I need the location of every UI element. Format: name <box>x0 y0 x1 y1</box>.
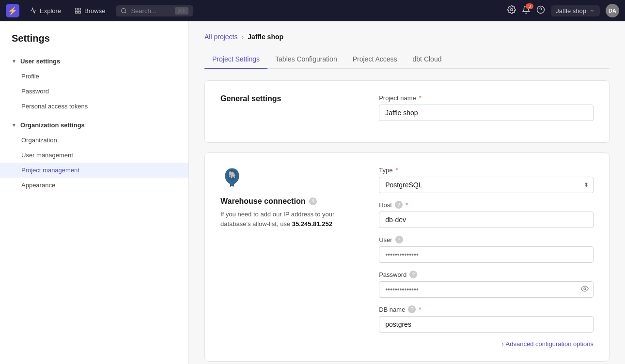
browse-nav[interactable]: Browse <box>72 5 108 16</box>
chevron-down-icon-org: ▼ <box>12 122 16 128</box>
svg-line-5 <box>125 12 126 13</box>
svg-rect-1 <box>78 8 80 10</box>
breadcrumb-separator: › <box>241 33 244 41</box>
help-icon[interactable] <box>536 5 545 16</box>
chevron-down-icon: ▼ <box>12 59 16 64</box>
project-selector[interactable]: Jaffle shop <box>551 5 600 16</box>
dbname-help-icon[interactable]: ? <box>408 305 416 313</box>
project-name-label: Project name <box>379 94 594 102</box>
warehouse-title: Warehouse connection ? <box>220 197 363 206</box>
project-name-field: Project name <box>379 94 594 121</box>
breadcrumb-all-projects[interactable]: All projects <box>204 33 237 41</box>
sidebar-item-profile[interactable]: Profile <box>0 69 188 84</box>
explore-nav[interactable]: Explore <box>27 5 64 16</box>
type-select-wrapper: PostgreSQL Snowflake BigQuery Redshift D… <box>379 177 594 193</box>
user-avatar[interactable]: DA <box>606 4 619 17</box>
tabs: Project Settings Tables Configuration Pr… <box>204 50 609 69</box>
layout: Settings ▼ User settings Profile Passwor… <box>0 21 625 364</box>
dbname-field: DB name ? <box>379 305 594 333</box>
host-input[interactable] <box>379 212 594 228</box>
password-field: Password ? <box>379 271 594 298</box>
tab-project-settings[interactable]: Project Settings <box>204 50 267 69</box>
warehouse-card: 🐘 Warehouse connection ? If you need to … <box>204 152 609 362</box>
warehouse-form: Type PostgreSQL Snowflake BigQuery Redsh… <box>379 167 594 348</box>
sidebar-item-project-management[interactable]: Project management <box>0 163 188 178</box>
svg-point-13 <box>584 288 586 290</box>
main-content: All projects › Jaffle shop Project Setti… <box>189 21 625 364</box>
sidebar-item-password[interactable]: Password <box>0 84 188 99</box>
password-wrapper <box>379 281 594 298</box>
sidebar: Settings ▼ User settings Profile Passwor… <box>0 21 189 364</box>
password-input[interactable] <box>379 281 594 298</box>
chevron-down-icon-advanced: › <box>501 340 503 348</box>
advanced-config-label: Advanced configuration options <box>506 340 594 348</box>
org-settings-section[interactable]: ▼ Organization settings <box>0 118 188 133</box>
general-settings-left: General settings <box>220 94 363 103</box>
app-logo[interactable]: ⚡ <box>6 4 19 17</box>
tab-project-access[interactable]: Project Access <box>345 50 405 69</box>
host-help-icon[interactable]: ? <box>395 201 403 209</box>
general-settings-right: Project name <box>379 94 594 129</box>
warehouse-layout: 🐘 Warehouse connection ? If you need to … <box>220 167 594 348</box>
notifications-icon[interactable]: 3 <box>522 5 531 16</box>
general-settings-title: General settings <box>220 94 363 103</box>
warehouse-help-icon[interactable]: ? <box>309 197 317 205</box>
breadcrumb-current: Jaffle shop <box>248 33 283 41</box>
breadcrumb: All projects › Jaffle shop <box>204 33 609 41</box>
warehouse-info: 🐘 Warehouse connection ? If you need to … <box>220 167 363 228</box>
warehouse-ip: 35.245.81.252 <box>292 220 332 228</box>
tab-dbt-cloud[interactable]: dbt Cloud <box>405 50 450 69</box>
topnav: ⚡ Explore Browse Search... ⌘K 3 Jaffle s… <box>0 0 625 21</box>
host-field: Host ? <box>379 201 594 228</box>
svg-point-6 <box>511 9 513 11</box>
project-name-input[interactable] <box>379 105 594 121</box>
user-settings-label: User settings <box>20 58 60 65</box>
password-toggle-icon[interactable] <box>581 285 589 294</box>
user-input[interactable] <box>379 246 594 263</box>
svg-rect-0 <box>76 8 78 10</box>
sidebar-item-personal-access-tokens[interactable]: Personal access tokens <box>0 99 188 114</box>
sidebar-item-user-management[interactable]: User management <box>0 148 188 163</box>
warehouse-description: If you need to add our IP address to you… <box>220 210 363 228</box>
svg-rect-2 <box>78 11 80 13</box>
dbname-label: DB name ? <box>379 305 594 313</box>
topnav-right: 3 Jaffle shop DA <box>507 4 619 17</box>
org-settings-label: Organization settings <box>20 121 85 129</box>
svg-point-4 <box>122 8 126 13</box>
user-field: User ? <box>379 236 594 263</box>
settings-title: Settings <box>0 33 188 54</box>
search-bar[interactable]: Search... ⌘K <box>116 5 193 16</box>
dbname-input[interactable] <box>379 316 594 333</box>
general-settings-layout: General settings Project name <box>220 94 594 129</box>
host-label: Host ? <box>379 201 594 209</box>
type-label: Type <box>379 167 594 174</box>
svg-rect-3 <box>76 11 78 13</box>
type-field: Type PostgreSQL Snowflake BigQuery Redsh… <box>379 167 594 193</box>
settings-icon[interactable] <box>507 5 516 16</box>
sidebar-item-organization[interactable]: Organization <box>0 133 188 148</box>
general-settings-card: General settings Project name <box>204 80 609 143</box>
sidebar-item-appearance[interactable]: Appearance <box>0 178 188 193</box>
postgresql-icon: 🐘 <box>220 167 244 190</box>
type-select[interactable]: PostgreSQL Snowflake BigQuery Redshift D… <box>379 177 594 193</box>
notification-badge: 3 <box>526 3 533 9</box>
password-help-icon[interactable]: ? <box>409 271 417 278</box>
advanced-config-link[interactable]: › Advanced configuration options <box>379 340 594 348</box>
user-settings-section[interactable]: ▼ User settings <box>0 54 188 69</box>
svg-text:🐘: 🐘 <box>228 171 237 179</box>
user-help-icon[interactable]: ? <box>395 236 403 243</box>
user-label: User ? <box>379 236 594 243</box>
password-label: Password ? <box>379 271 594 278</box>
tab-tables-configuration[interactable]: Tables Configuration <box>267 50 345 69</box>
